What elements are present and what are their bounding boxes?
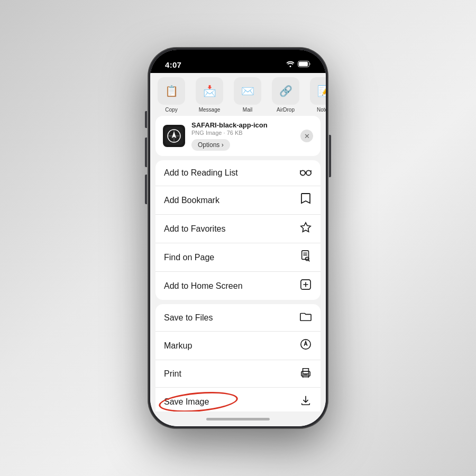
phone-frame: 4:07 [148,48,328,428]
doc-search-icon [299,250,312,264]
file-info-panel: SAFARI-black-app-icon PNG Image · 76 KB … [155,116,321,156]
share-app-item[interactable]: 📋 Copy [157,77,186,113]
glasses-icon [299,167,312,179]
wifi-icon [286,61,295,69]
menu-section-1: Add to Reading List [155,160,321,300]
add-home-screen-item[interactable]: Add to Home Screen [155,272,321,300]
volume-down-button [145,175,147,204]
print-item[interactable]: Print [155,360,321,388]
add-favorites-item[interactable]: Add to Favorites [155,215,321,243]
save-to-files-label: Save to Files [164,313,213,323]
status-icons [286,61,311,69]
share-sheet: 📋 Copy 📩 Message ✉️ Mail [150,73,326,411]
find-on-page-label: Find on Page [164,253,214,262]
share-app-item[interactable]: 📝 Notes [309,77,326,113]
share-app-item[interactable]: ✉️ Mail [233,77,262,113]
svg-point-8 [306,170,311,175]
add-reading-list-item[interactable]: Add to Reading List [155,160,321,186]
svg-point-0 [290,66,291,67]
menu-list: Add to Reading List [150,160,326,411]
svg-marker-12 [301,223,310,232]
phone-screen: 4:07 [150,50,326,426]
book-icon [299,193,312,207]
find-on-page-item[interactable]: Find on Page [155,243,321,272]
add-home-screen-label: Add to Home Screen [164,281,243,291]
svg-point-7 [300,170,305,175]
marker-icon [299,338,312,353]
notch [209,50,267,65]
share-app-header: 📋 Copy 📩 Message ✉️ Mail [150,73,326,116]
markup-label: Markup [164,341,192,351]
printer-icon [299,367,312,380]
save-to-files-item[interactable]: Save to Files [155,304,321,332]
plus-square-icon [299,279,312,293]
svg-rect-2 [299,62,308,66]
add-favorites-label: Add to Favorites [164,224,226,234]
volume-up-button [145,138,147,167]
home-indicator-bar [150,411,326,426]
file-icon [163,125,185,147]
download-icon [299,395,312,409]
svg-line-17 [308,260,309,261]
print-label: Print [164,369,181,379]
add-bookmark-item[interactable]: Add Bookmark [155,186,321,215]
file-meta: PNG Image · 76 KB [191,130,294,136]
save-image-label: Save Image [164,397,209,407]
mute-button [145,111,147,128]
menu-section-2: Save to Files Markup [155,304,321,411]
file-name: SAFARI-black-app-icon [191,121,294,129]
battery-icon [298,61,311,69]
share-app-item[interactable]: 📩 Message [195,77,224,113]
status-time: 4:07 [165,60,181,69]
status-bar: 4:07 [150,50,326,73]
folder-icon [299,311,312,324]
star-icon [299,222,312,236]
share-app-item[interactable]: 🔗 AirDrop [271,77,300,113]
content-area: 📋 Copy 📩 Message ✉️ Mail [150,73,326,411]
markup-item[interactable]: Markup [155,332,321,360]
file-info-text: SAFARI-black-app-icon PNG Image · 76 KB … [191,121,294,151]
power-button [329,135,331,177]
options-button[interactable]: Options › [191,139,230,151]
safari-icon [165,127,183,145]
add-reading-list-label: Add to Reading List [164,168,238,178]
add-bookmark-label: Add Bookmark [164,196,219,205]
close-button[interactable]: ✕ [300,130,313,142]
home-indicator [206,418,270,420]
save-image-item[interactable]: Save Image [155,388,321,411]
